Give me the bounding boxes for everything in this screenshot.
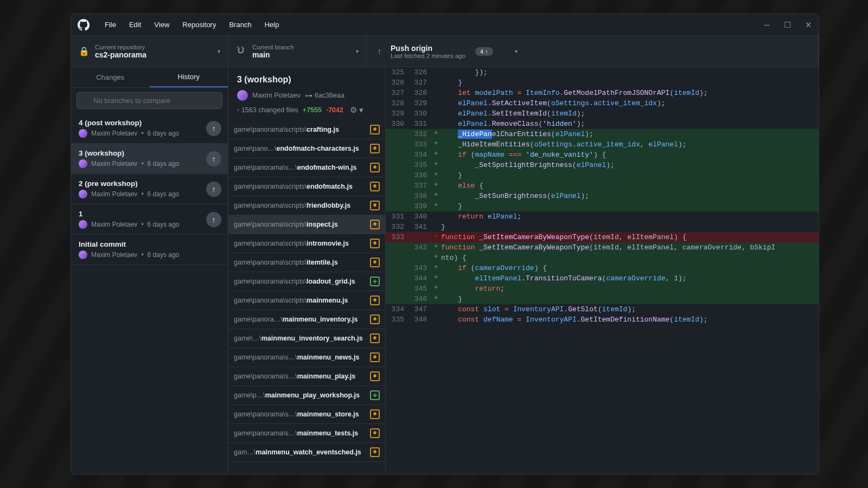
commit-title: 3 (workshop) (237, 75, 376, 85)
file-row[interactable]: game\panorama\scripts\mainmenu.js (228, 291, 385, 310)
diff-line[interactable]: 344 + elItemPanel.TransitionToCamera(cam… (386, 273, 819, 284)
branch-selector[interactable]: Current branch main ▾ (228, 36, 367, 67)
file-row[interactable]: game\…\mainmenu_inventory_search.js (228, 329, 385, 348)
diff-line[interactable]: 335 348 const defName = InventoryAPI.Get… (386, 314, 819, 325)
commit-item[interactable]: 2 (pre workshop) Maxim Poletaev• 6 days … (71, 174, 228, 204)
gear-icon[interactable]: ⚙ ▾ (350, 105, 363, 115)
file-row[interactable]: game\panora…\mainmenu_inventory.js (228, 310, 385, 329)
toolbar: 🔒 Current repository cs2-panorama ▾ Curr… (71, 36, 819, 67)
window-close-icon[interactable]: ✕ (805, 20, 812, 30)
diff-line[interactable]: 346 + } (386, 294, 819, 304)
tab-history[interactable]: History (150, 67, 228, 87)
menu-file[interactable]: File (99, 18, 122, 31)
file-row[interactable]: game\panorama\scripts\inspect.js (228, 215, 385, 234)
diff-line[interactable]: 339 + } (386, 201, 819, 211)
additions-count: +7555 (303, 106, 322, 114)
diff-line[interactable]: 335 + _SetSpotlightBrightness(elPanel); (386, 160, 819, 170)
titlebar: FileEditViewRepositoryBranchHelp ─ ☐ ✕ (71, 14, 819, 36)
added-badge-icon (370, 390, 380, 400)
diff-line[interactable]: 333 + _HideItemEntities(oSettings.active… (386, 139, 819, 150)
diff-line[interactable]: 326 327 } (386, 78, 819, 88)
tab-changes[interactable]: Changes (71, 67, 150, 87)
modified-badge-icon (370, 371, 380, 381)
commit-author: Maxim Poletaev (252, 92, 301, 99)
diff-line[interactable]: 343 + if (cameraOverride) { (386, 263, 819, 273)
modified-badge-icon (370, 296, 380, 305)
menu-view[interactable]: View (149, 18, 175, 31)
push-origin-button[interactable]: ↑ Push origin Last fetched 2 minutes ago… (367, 36, 819, 67)
window-minimize-icon[interactable]: ─ (764, 20, 770, 30)
commit-item[interactable]: 3 (workshop) Maxim Poletaev• 6 days ago↑ (71, 144, 228, 174)
changed-files-count: ▫ 1563 changed files (237, 106, 298, 114)
diff-line[interactable]: 337 + else { (386, 181, 819, 191)
file-row[interactable]: game\panorama\scripts\loadout_grid.js (228, 272, 385, 291)
chevron-down-icon: ▾ (356, 48, 359, 54)
modified-badge-icon (370, 314, 380, 324)
app-window: FileEditViewRepositoryBranchHelp ─ ☐ ✕ 🔒… (71, 14, 819, 474)
repo-selector[interactable]: 🔒 Current repository cs2-panorama ▾ (71, 36, 228, 67)
diff-line[interactable]: 325 326 }); (386, 67, 819, 78)
commit-item[interactable]: Initial commit Maxim Poletaev• 6 days ag… (71, 235, 228, 265)
avatar (79, 190, 87, 198)
diff-line[interactable]: 327 328 let modelPath = ItemInfo.GetMode… (386, 88, 819, 98)
file-row[interactable]: game\panorama\s…\mainmenu_news.js (228, 348, 385, 367)
diff-line[interactable]: 328 329 elPanel.SetActiveItem(oSettings.… (386, 98, 819, 108)
diff-line[interactable]: 338 + _SetSunBrightness(elPanel); (386, 191, 819, 201)
avatar (237, 90, 248, 101)
file-row[interactable]: game\panorama\scripts\crafting.js (228, 120, 385, 139)
chevron-down-icon: ▾ (515, 48, 518, 54)
diff-line[interactable]: + nto) { (386, 253, 819, 263)
chevron-down-icon: ▾ (218, 48, 220, 54)
modified-badge-icon (370, 333, 380, 343)
github-logo-icon (78, 19, 90, 31)
file-row[interactable]: game\p…\mainmenu_play_workshop.js (228, 386, 385, 405)
avatar (79, 129, 87, 138)
modified-badge-icon (370, 239, 380, 248)
menu-help[interactable]: Help (259, 18, 285, 31)
file-row[interactable]: game\pano…\endofmatch-characters.js (228, 139, 385, 158)
diff-line[interactable]: 345 + return; (386, 284, 819, 294)
file-row[interactable]: game\panorama\scripts\itemtile.js (228, 253, 385, 272)
modified-badge-icon (370, 144, 380, 153)
modified-badge-icon (370, 447, 380, 457)
diff-line[interactable]: 333 - function _SetItemCameraByWeaponTyp… (386, 232, 819, 242)
modified-badge-icon (370, 125, 380, 134)
diff-line[interactable]: 329 330 elPanel.SetItemItemId(itemId); (386, 108, 819, 119)
push-count-badge: 4 ↑ (475, 47, 493, 56)
diff-line[interactable]: 332 341 } (386, 222, 819, 232)
modified-badge-icon (370, 409, 380, 419)
diff-line[interactable]: 342 + function _SetItemCameraByWeaponTyp… (386, 242, 819, 253)
git-branch-icon (236, 46, 246, 57)
diff-line[interactable]: 330 331 elPanel.RemoveClass('hidden'); (386, 119, 819, 129)
diff-view[interactable]: 325 326 });326 327 }327 328 let modelPat… (386, 67, 819, 474)
commit-item[interactable]: 4 (post workshop) Maxim Poletaev• 6 days… (71, 113, 228, 144)
lock-icon: 🔒 (79, 46, 88, 56)
file-row[interactable]: game\panorama\scripts\endofmatch.js (228, 177, 385, 196)
diff-line[interactable]: 331 340 return elPanel; (386, 211, 819, 222)
file-row[interactable]: game\panorama\s…\mainmenu_play.js (228, 367, 385, 386)
diff-line[interactable]: 332 + _HidePanelCharEntities(elPanel); (386, 129, 819, 139)
commit-sha[interactable]: 6ac36eaa (305, 91, 344, 100)
file-row[interactable]: game\panorama\s…\endofmatch-win.js (228, 158, 385, 177)
branch-compare-input[interactable] (76, 92, 222, 109)
file-row[interactable]: gam…\mainmenu_watch_eventsched.js (228, 443, 385, 462)
window-maximize-icon[interactable]: ☐ (784, 20, 791, 30)
commit-item[interactable]: 1 Maxim Poletaev• 6 days ago↑ (71, 204, 228, 235)
file-row[interactable]: game\panorama\scripts\friendlobby.js (228, 196, 385, 215)
diff-line[interactable]: 334 347 const slot = InventoryAPI.GetSlo… (386, 304, 819, 314)
avatar (79, 159, 87, 168)
file-list-panel: 3 (workshop) Maxim Poletaev 6ac36eaa ▫ 1… (228, 67, 386, 474)
modified-badge-icon (370, 182, 380, 191)
deletions-count: -7042 (326, 106, 343, 114)
menu-edit[interactable]: Edit (124, 18, 146, 31)
modified-badge-icon (370, 352, 380, 362)
file-row[interactable]: game\panorama\s…\mainmenu_tests.js (228, 424, 385, 443)
diff-line[interactable]: 334 + if (mapName === 'de_nuke_vanity') … (386, 150, 819, 160)
menu-branch[interactable]: Branch (224, 18, 257, 31)
history-sidebar: Changes History ⇅ 4 (post workshop) Maxi… (71, 67, 228, 474)
modified-badge-icon (370, 258, 380, 267)
file-row[interactable]: game\panorama\scripts\intromovie.js (228, 234, 385, 253)
file-row[interactable]: game\panorama\s…\mainmenu_store.js (228, 405, 385, 424)
menu-repository[interactable]: Repository (177, 18, 221, 31)
diff-line[interactable]: 336 + } (386, 170, 819, 181)
